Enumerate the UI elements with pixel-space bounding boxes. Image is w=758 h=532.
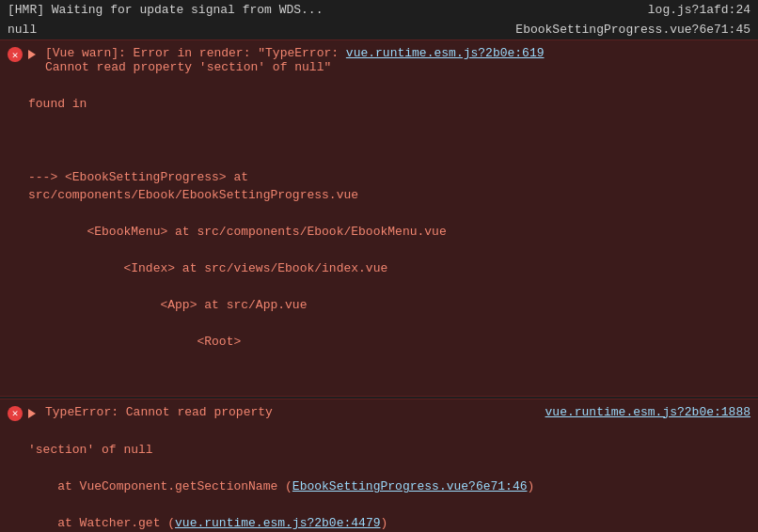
error-1-root: <Root> [28, 333, 750, 352]
null-log-line: null EbookSettingProgress.vue?6e71:45 [0, 20, 758, 39]
error-2-link-1[interactable]: EbookSettingProgress.vue?6e71:46 [292, 479, 528, 493]
error-2-link-2[interactable]: vue.runtime.esm.js?2b0e:4479 [175, 516, 380, 530]
error-body-1: found in ---> <EbookSettingProgress> at … [8, 76, 750, 388]
error-header-1: ✕ [Vue warn]: Error in render: "TypeErro… [8, 46, 750, 74]
error-1-found-in: found in [28, 95, 750, 114]
error-header-2: ✕ TypeError: Cannot read property vue.ru… [8, 405, 750, 421]
hmr-file-link[interactable]: log.js?1afd:24 [648, 3, 750, 17]
error-1-index: <Index> at src/views/Ebook/index.vue [28, 259, 750, 278]
null-file-link[interactable]: EbookSettingProgress.vue?6e71:45 [515, 23, 750, 37]
error-block-1: ✕ [Vue warn]: Error in render: "TypeErro… [0, 39, 758, 397]
error-title-1: [Vue warn]: Error in render: "TypeError:… [45, 46, 750, 74]
error-1-blank [28, 132, 750, 150]
expand-triangle-2[interactable] [28, 409, 36, 418]
error-1-ebookmenu: <EbookMenu> at src/components/Ebook/Eboo… [28, 223, 750, 242]
error-title-2: TypeError: Cannot read property [45, 405, 540, 419]
error-2-stack-2: at Watcher.get (vue.runtime.esm.js?2b0e:… [28, 514, 750, 532]
hmr-message: [HMR] Waiting for update signal from WDS… [8, 3, 323, 17]
console-panel: [HMR] Waiting for update signal from WDS… [0, 0, 758, 532]
error-1-title-link[interactable]: vue.runtime.esm.js?2b0e:619 [346, 46, 545, 60]
error-block-2: ✕ TypeError: Cannot read property vue.ru… [0, 399, 758, 533]
error-2-stack-1: at VueComponent.getSectionName (EbookSet… [28, 477, 750, 496]
error-2-section: 'section' of null [28, 441, 750, 460]
error-1-component: ---> <EbookSettingProgress> at src/compo… [28, 168, 750, 205]
expand-triangle-1[interactable] [28, 50, 36, 59]
null-message: null [8, 23, 37, 37]
error-1-app: <App> at src/App.vue [28, 296, 750, 315]
error-icon-2: ✕ [8, 406, 23, 421]
error-body-2: 'section' of null at VueComponent.getSec… [8, 423, 750, 533]
error-2-title-link[interactable]: vue.runtime.esm.js?2b0e:1888 [545, 405, 750, 419]
error-icon-1: ✕ [8, 47, 23, 62]
hmr-log-line: [HMR] Waiting for update signal from WDS… [0, 0, 758, 20]
